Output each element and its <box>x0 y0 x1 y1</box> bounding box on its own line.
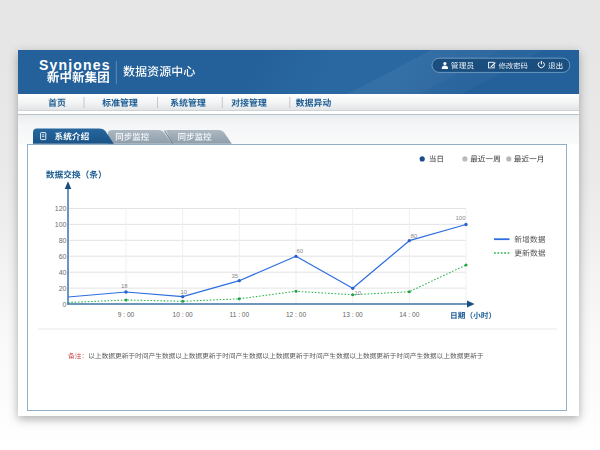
svg-text:10: 10 <box>355 290 362 296</box>
svg-text:20: 20 <box>59 285 67 292</box>
svg-text:0: 0 <box>63 301 67 308</box>
svg-text:11 : 00: 11 : 00 <box>229 311 249 318</box>
svg-text:35: 35 <box>232 273 239 279</box>
svg-text:Synjones: Synjones <box>39 57 111 73</box>
svg-text:100: 100 <box>55 221 67 228</box>
svg-text:13 : 00: 13 : 00 <box>343 311 363 318</box>
svg-text:80: 80 <box>411 233 418 239</box>
svg-text:80: 80 <box>59 237 67 244</box>
svg-text:12 : 00: 12 : 00 <box>286 311 306 318</box>
svg-text:9 : 00: 9 : 00 <box>118 311 135 318</box>
svg-text:18: 18 <box>121 283 128 289</box>
svg-text:60: 60 <box>59 253 67 260</box>
svg-text:14 : 00: 14 : 00 <box>399 311 419 318</box>
svg-text:100: 100 <box>456 215 467 221</box>
svg-text:10 : 00: 10 : 00 <box>173 311 193 318</box>
svg-text:120: 120 <box>55 205 67 212</box>
svg-text:60: 60 <box>297 248 304 254</box>
svg-text:10: 10 <box>181 289 188 295</box>
svg-text:40: 40 <box>59 269 67 276</box>
